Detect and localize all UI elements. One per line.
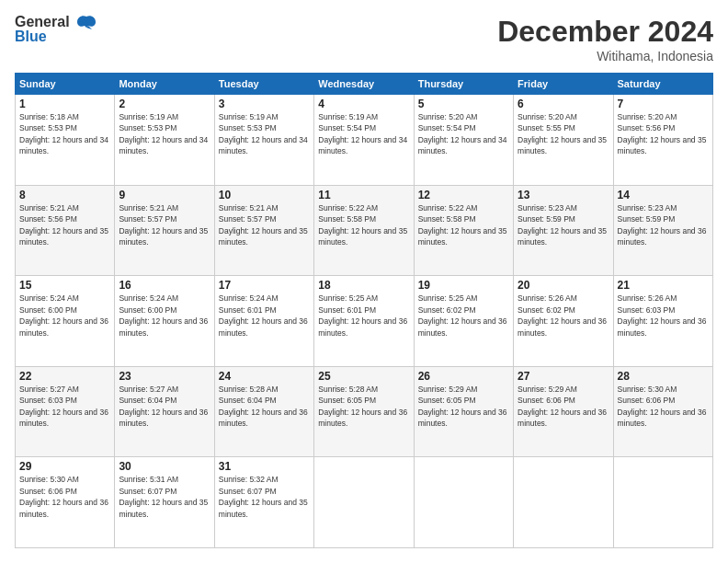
- week-row-2: 8 Sunrise: 5:21 AMSunset: 5:56 PMDayligh…: [16, 185, 713, 276]
- calendar-cell: 28 Sunrise: 5:30 AMSunset: 6:06 PMDaylig…: [613, 366, 712, 457]
- day-info: Sunrise: 5:25 AMSunset: 6:01 PMDaylight:…: [318, 293, 407, 337]
- day-number: 14: [618, 189, 709, 201]
- header-wednesday: Wednesday: [314, 74, 414, 95]
- day-info: Sunrise: 5:27 AMSunset: 6:04 PMDaylight:…: [119, 385, 208, 428]
- month-title: December 2024: [497, 15, 713, 49]
- calendar-cell: 12 Sunrise: 5:22 AMSunset: 5:58 PMDaylig…: [414, 185, 513, 276]
- calendar-cell: 30 Sunrise: 5:31 AMSunset: 6:07 PMDaylig…: [115, 457, 214, 548]
- day-number: 20: [518, 279, 609, 292]
- calendar-cell: 26 Sunrise: 5:29 AMSunset: 6:05 PMDaylig…: [414, 366, 513, 457]
- calendar-cell: 2 Sunrise: 5:19 AMSunset: 5:53 PMDayligh…: [115, 95, 214, 186]
- day-info: Sunrise: 5:19 AMSunset: 5:53 PMDaylight:…: [219, 112, 308, 155]
- header-tuesday: Tuesday: [214, 74, 313, 95]
- header-sunday: Sunday: [16, 74, 115, 95]
- title-section: December 2024 Witihama, Indonesia: [497, 15, 713, 63]
- calendar-cell: 15 Sunrise: 5:24 AMSunset: 6:00 PMDaylig…: [16, 276, 115, 367]
- calendar-cell: 19 Sunrise: 5:25 AMSunset: 6:02 PMDaylig…: [414, 276, 513, 367]
- day-info: Sunrise: 5:24 AMSunset: 6:01 PMDaylight:…: [219, 293, 308, 337]
- day-info: Sunrise: 5:24 AMSunset: 6:00 PMDaylight:…: [19, 293, 108, 337]
- location: Witihama, Indonesia: [497, 49, 713, 63]
- day-info: Sunrise: 5:27 AMSunset: 6:03 PMDaylight:…: [19, 385, 108, 428]
- calendar-cell: 17 Sunrise: 5:24 AMSunset: 6:01 PMDaylig…: [214, 276, 313, 367]
- day-info: Sunrise: 5:21 AMSunset: 5:57 PMDaylight:…: [219, 203, 308, 247]
- day-number: 18: [318, 279, 409, 292]
- day-number: 31: [219, 460, 310, 473]
- header-thursday: Thursday: [414, 74, 513, 95]
- week-row-1: 1 Sunrise: 5:18 AMSunset: 5:53 PMDayligh…: [16, 95, 713, 186]
- day-number: 30: [119, 460, 210, 473]
- day-number: 16: [119, 279, 210, 292]
- day-number: 26: [418, 370, 509, 383]
- day-info: Sunrise: 5:21 AMSunset: 5:56 PMDaylight:…: [19, 203, 108, 247]
- day-number: 10: [219, 189, 310, 201]
- week-row-5: 29 Sunrise: 5:30 AMSunset: 6:06 PMDaylig…: [16, 457, 713, 548]
- calendar-cell: 22 Sunrise: 5:27 AMSunset: 6:03 PMDaylig…: [16, 366, 115, 457]
- calendar-cell: 18 Sunrise: 5:25 AMSunset: 6:01 PMDaylig…: [314, 276, 414, 367]
- day-info: Sunrise: 5:19 AMSunset: 5:54 PMDaylight:…: [318, 112, 407, 155]
- calendar-cell: 7 Sunrise: 5:20 AMSunset: 5:56 PMDayligh…: [613, 95, 712, 186]
- week-row-3: 15 Sunrise: 5:24 AMSunset: 6:00 PMDaylig…: [16, 276, 713, 367]
- day-info: Sunrise: 5:20 AMSunset: 5:56 PMDaylight:…: [618, 112, 707, 155]
- day-number: 8: [19, 189, 110, 201]
- calendar-cell: 20 Sunrise: 5:26 AMSunset: 6:02 PMDaylig…: [514, 276, 613, 367]
- day-info: Sunrise: 5:28 AMSunset: 6:04 PMDaylight:…: [219, 385, 308, 428]
- calendar-cell: 31 Sunrise: 5:32 AMSunset: 6:07 PMDaylig…: [214, 457, 313, 548]
- calendar-cell: 25 Sunrise: 5:28 AMSunset: 6:05 PMDaylig…: [314, 366, 414, 457]
- day-info: Sunrise: 5:29 AMSunset: 6:05 PMDaylight:…: [418, 385, 507, 428]
- day-info: Sunrise: 5:24 AMSunset: 6:00 PMDaylight:…: [119, 293, 208, 337]
- calendar-cell: 9 Sunrise: 5:21 AMSunset: 5:57 PMDayligh…: [115, 185, 214, 276]
- calendar-cell: [314, 457, 414, 548]
- calendar-cell: [613, 457, 712, 548]
- day-number: 23: [119, 370, 210, 383]
- logo: General Blue: [15, 15, 99, 44]
- day-info: Sunrise: 5:21 AMSunset: 5:57 PMDaylight:…: [119, 203, 208, 247]
- calendar-cell: [514, 457, 613, 548]
- day-number: 17: [219, 279, 310, 292]
- day-number: 24: [219, 370, 310, 383]
- day-info: Sunrise: 5:18 AMSunset: 5:53 PMDaylight:…: [19, 112, 108, 155]
- header-friday: Friday: [514, 74, 613, 95]
- calendar-cell: 5 Sunrise: 5:20 AMSunset: 5:54 PMDayligh…: [414, 95, 513, 186]
- calendar-cell: 27 Sunrise: 5:29 AMSunset: 6:06 PMDaylig…: [514, 366, 613, 457]
- calendar-cell: 24 Sunrise: 5:28 AMSunset: 6:04 PMDaylig…: [214, 366, 313, 457]
- day-number: 2: [119, 98, 210, 110]
- calendar-cell: 1 Sunrise: 5:18 AMSunset: 5:53 PMDayligh…: [16, 95, 115, 186]
- day-number: 4: [318, 98, 409, 110]
- day-info: Sunrise: 5:28 AMSunset: 6:05 PMDaylight:…: [318, 385, 407, 428]
- day-info: Sunrise: 5:29 AMSunset: 6:06 PMDaylight:…: [518, 385, 607, 428]
- day-number: 12: [418, 189, 509, 201]
- calendar-cell: 10 Sunrise: 5:21 AMSunset: 5:57 PMDaylig…: [214, 185, 313, 276]
- day-number: 1: [19, 98, 110, 110]
- day-info: Sunrise: 5:19 AMSunset: 5:53 PMDaylight:…: [119, 112, 208, 155]
- day-number: 19: [418, 279, 509, 292]
- day-number: 21: [618, 279, 709, 292]
- day-number: 13: [518, 189, 609, 201]
- day-number: 11: [318, 189, 409, 201]
- day-number: 3: [219, 98, 310, 110]
- day-number: 6: [518, 98, 609, 110]
- day-info: Sunrise: 5:20 AMSunset: 5:54 PMDaylight:…: [418, 112, 507, 155]
- day-info: Sunrise: 5:30 AMSunset: 6:06 PMDaylight:…: [19, 475, 108, 518]
- header-monday: Monday: [115, 74, 214, 95]
- day-info: Sunrise: 5:31 AMSunset: 6:07 PMDaylight:…: [119, 475, 208, 518]
- day-info: Sunrise: 5:23 AMSunset: 5:59 PMDaylight:…: [618, 203, 707, 247]
- day-info: Sunrise: 5:22 AMSunset: 5:58 PMDaylight:…: [318, 203, 407, 247]
- calendar-cell: 21 Sunrise: 5:26 AMSunset: 6:03 PMDaylig…: [613, 276, 712, 367]
- calendar-cell: [414, 457, 513, 548]
- day-number: 15: [19, 279, 110, 292]
- logo-blue-text: Blue: [15, 29, 70, 44]
- calendar-cell: 29 Sunrise: 5:30 AMSunset: 6:06 PMDaylig…: [16, 457, 115, 548]
- day-number: 22: [19, 370, 110, 383]
- day-number: 5: [418, 98, 509, 110]
- logo-bird-icon: [74, 13, 99, 39]
- day-info: Sunrise: 5:30 AMSunset: 6:06 PMDaylight:…: [618, 385, 707, 428]
- day-number: 9: [119, 189, 210, 201]
- calendar-cell: 16 Sunrise: 5:24 AMSunset: 6:00 PMDaylig…: [115, 276, 214, 367]
- calendar-page: General Blue December 2024 Witihama, Ind…: [0, 0, 728, 563]
- calendar-cell: 23 Sunrise: 5:27 AMSunset: 6:04 PMDaylig…: [115, 366, 214, 457]
- day-info: Sunrise: 5:25 AMSunset: 6:02 PMDaylight:…: [418, 293, 507, 337]
- day-number: 28: [618, 370, 709, 383]
- day-info: Sunrise: 5:22 AMSunset: 5:58 PMDaylight:…: [418, 203, 507, 247]
- day-number: 27: [518, 370, 609, 383]
- day-info: Sunrise: 5:23 AMSunset: 5:59 PMDaylight:…: [518, 203, 607, 247]
